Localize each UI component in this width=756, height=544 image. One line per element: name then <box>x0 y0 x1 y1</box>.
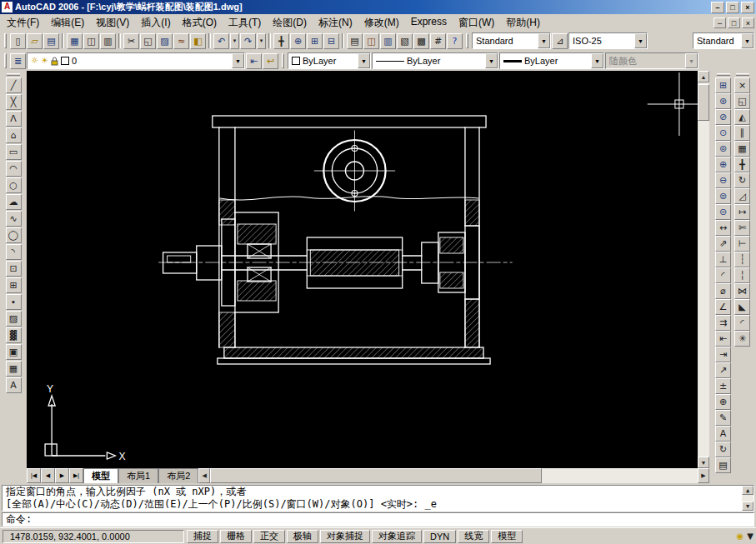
quick-dimension-icon[interactable]: ⇉ <box>715 315 731 331</box>
move-icon[interactable]: ╋ <box>734 157 750 172</box>
redo-dropdown-arrow[interactable]: ▾ <box>257 33 266 49</box>
sheet-set-manager-icon[interactable]: ▧ <box>397 33 413 49</box>
explode-icon[interactable]: ✳ <box>734 331 750 347</box>
layer-properties-manager-icon[interactable]: ≣ <box>10 53 26 69</box>
horizontal-scrollbar[interactable]: ◀ ▶ <box>198 468 709 483</box>
vertical-scroll-thumb[interactable] <box>698 84 709 121</box>
zoom-realtime-icon[interactable]: ⊕ <box>290 33 306 49</box>
linetype-combo[interactable]: ByLayer ▼ <box>372 52 498 69</box>
scroll-right-arrow[interactable]: ▶ <box>698 468 709 483</box>
zoom-dynamic-icon[interactable]: ⊛ <box>715 93 731 109</box>
extend-icon[interactable]: ⊢ <box>734 236 750 252</box>
trim-icon[interactable]: ✄ <box>734 220 750 236</box>
status-toggle-polar[interactable]: 极轴 <box>287 530 318 543</box>
toolbar-grip[interactable] <box>466 33 468 48</box>
properties-icon[interactable]: ▤ <box>347 33 363 49</box>
status-toggle-lwt[interactable]: 线宽 <box>458 530 489 543</box>
autocad-app-icon[interactable]: A <box>2 2 13 12</box>
ordinate-dimension-icon[interactable]: ⊥ <box>715 252 731 267</box>
command-input[interactable]: 命令: <box>2 512 754 527</box>
continue-dimension-icon[interactable]: ⇥ <box>715 347 731 362</box>
status-toggle-ortho[interactable]: 正交 <box>253 530 285 543</box>
menu-tools[interactable]: 工具(T) <box>223 14 267 32</box>
status-toggle-otrack[interactable]: 对象追踪 <box>372 530 422 543</box>
titlebar-close-button[interactable]: × <box>741 2 754 13</box>
status-toggle-dyn[interactable]: DYN <box>423 530 456 543</box>
chevron-down-icon[interactable]: ▼ <box>232 53 244 68</box>
scroll-down-arrow[interactable]: ▼ <box>742 502 753 511</box>
zoom-previous-icon[interactable]: ⊟ <box>323 33 339 49</box>
chevron-down-icon[interactable]: ▼ <box>634 33 647 48</box>
undo-dropdown-arrow[interactable]: ▾ <box>230 33 239 49</box>
zoom-in-icon[interactable]: ⊕ <box>715 157 731 172</box>
designcenter-icon[interactable]: ◫ <box>363 33 379 49</box>
communication-center-icon[interactable]: ◉ <box>737 532 744 541</box>
menu-insert[interactable]: 插入(I) <box>135 14 176 32</box>
save-icon[interactable]: ▤ <box>43 33 59 49</box>
command-history[interactable]: 指定窗口的角点，输入比例因子 (nX 或 nXP)，或者[全部(A)/中心(C)… <box>2 485 754 512</box>
publish-icon[interactable]: ▥ <box>100 33 116 49</box>
undo-icon[interactable]: ↶ <box>213 33 229 49</box>
aligned-dimension-icon[interactable]: ⇗ <box>715 236 731 252</box>
make-block-icon[interactable]: ⊞ <box>6 277 22 293</box>
cut-icon[interactable]: ✂ <box>123 33 139 49</box>
titlebar-minimize-button[interactable]: – <box>711 2 724 13</box>
menu-window[interactable]: 窗口(W) <box>453 14 500 32</box>
tab-model[interactable]: 模型 <box>83 468 118 483</box>
layer-previous-icon[interactable]: ↩ <box>263 53 278 69</box>
chevron-down-icon[interactable]: ▼ <box>358 53 370 68</box>
tab-layout2[interactable]: 布局2 <box>158 468 198 483</box>
horizontal-scroll-thumb[interactable] <box>210 468 542 483</box>
pan-realtime-icon[interactable]: ╋ <box>273 33 289 49</box>
drawing-canvas[interactable]: Y X <box>27 71 698 468</box>
array-icon[interactable]: ▦ <box>734 141 750 157</box>
polygon-icon[interactable]: ⌂ <box>6 127 22 143</box>
line-icon[interactable]: ╱ <box>6 77 22 93</box>
layer-combo[interactable]: ☼ ☀ 0 ▼ <box>27 52 245 69</box>
text-style-combo[interactable]: Standard ▼ <box>693 32 754 49</box>
lineweight-combo[interactable]: ByLayer ▼ <box>499 52 604 69</box>
zoom-window-tool-icon[interactable]: ⊞ <box>715 77 731 93</box>
vertical-scrollbar[interactable]: ▲ ▼ <box>698 71 709 468</box>
status-toggle-model[interactable]: 模型 <box>491 530 523 543</box>
toolbar-grip[interactable] <box>4 33 7 48</box>
dimension-update-icon[interactable]: ↻ <box>715 442 731 457</box>
chevron-down-icon[interactable]: ▼ <box>591 53 603 68</box>
zoom-all-icon[interactable]: ⊜ <box>715 188 731 204</box>
open-icon[interactable]: ▱ <box>27 33 43 49</box>
diameter-dimension-icon[interactable]: ⌀ <box>715 283 731 299</box>
status-toggle-osnap[interactable]: 对象捕捉 <box>320 530 370 543</box>
plot-icon[interactable]: ▦ <box>67 33 83 49</box>
help-icon[interactable]: ? <box>447 33 463 49</box>
break-icon[interactable]: ╎ <box>734 267 750 283</box>
ellipse-arc-icon[interactable]: ◝ <box>6 244 22 260</box>
copy-object-icon[interactable]: ◱ <box>734 93 750 109</box>
offset-icon[interactable]: ∥ <box>734 125 750 141</box>
chevron-down-icon[interactable]: ▼ <box>538 33 550 48</box>
scroll-up-arrow[interactable]: ▲ <box>698 71 709 82</box>
baseline-dimension-icon[interactable]: ⇤ <box>715 331 731 347</box>
center-mark-icon[interactable]: ⊕ <box>715 394 731 410</box>
chamfer-icon[interactable]: ◣ <box>734 299 750 315</box>
menu-help[interactable]: 帮助(H) <box>500 14 546 32</box>
tab-nav-next[interactable]: ▶ <box>55 468 69 483</box>
dim-style-combo[interactable]: ISO-25 ▼ <box>568 32 648 49</box>
spline-icon[interactable]: ∿ <box>6 211 22 227</box>
fillet-icon[interactable]: ◜ <box>734 315 750 331</box>
polyline-icon[interactable]: Λ <box>6 111 22 127</box>
linear-dimension-icon[interactable]: ↔ <box>715 220 731 236</box>
dimension-edit-icon[interactable]: ✎ <box>715 410 731 426</box>
dim-style-manager-icon[interactable]: ⊿ <box>552 33 568 49</box>
point-icon[interactable]: ∙ <box>6 294 22 310</box>
circle-icon[interactable]: ○ <box>6 177 22 193</box>
chevron-down-icon[interactable]: ▼ <box>741 33 753 48</box>
quickcalc-icon[interactable]: # <box>430 33 446 49</box>
construction-line-icon[interactable]: ╳ <box>6 94 22 110</box>
menu-edit[interactable]: 编辑(E) <box>45 14 90 32</box>
tab-layout1[interactable]: 布局1 <box>118 468 158 483</box>
toolbar-button[interactable] <box>118 33 121 48</box>
scroll-up-arrow[interactable]: ▲ <box>742 486 753 495</box>
markup-set-manager-icon[interactable]: ▩ <box>413 33 429 49</box>
status-toggle-grid[interactable]: 栅格 <box>220 530 252 543</box>
color-combo[interactable]: ByLayer ▼ <box>288 52 371 69</box>
